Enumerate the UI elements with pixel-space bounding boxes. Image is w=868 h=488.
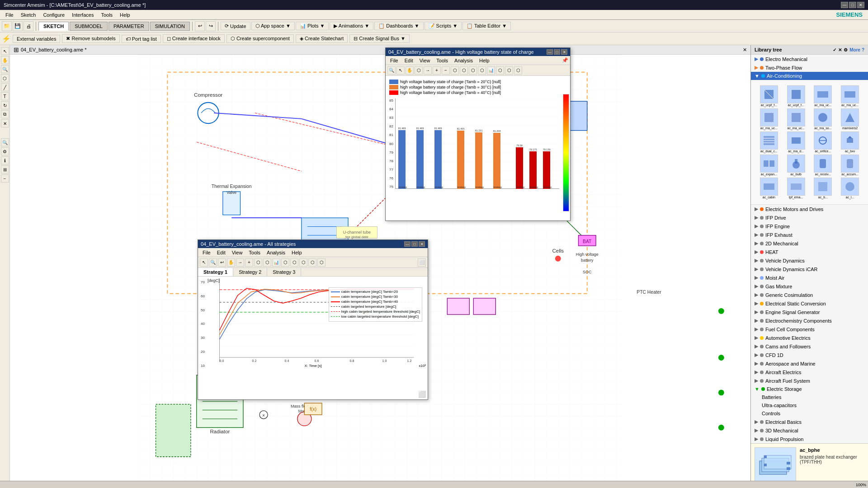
lib-engine-signal[interactable]: ▶ Engine Signal Generator [751, 308, 868, 316]
chart-menu-view[interactable]: View [417, 57, 433, 64]
comp-ac-receiv[interactable]: ac_receiv... [811, 155, 836, 176]
dashboards-button[interactable]: 📋 Dashboards ▼ [374, 22, 423, 30]
create-signal-bus-button[interactable]: ⊟ Create Signal Bus ▼ [349, 34, 410, 43]
chart-tb-13[interactable]: ⬡ [496, 66, 504, 75]
tool-zoom-fit[interactable]: ⊞ [1, 165, 9, 174]
lib-electro-mechanical[interactable]: ▶ Electro Mechanical [751, 55, 868, 63]
strat-corner-icon[interactable]: ⬜ [418, 390, 426, 398]
strat-menu-view[interactable]: View [229, 249, 245, 256]
strategies-title-bar[interactable]: 04_EV_battery_cooling.ame - All strategi… [198, 240, 428, 248]
lib-aircraft-fuel[interactable]: ▶ Aircraft Fuel System [751, 376, 868, 385]
strat-tb-4[interactable]: ✋ [227, 258, 235, 267]
strat-tb-10[interactable]: ⬡ [281, 258, 289, 267]
update-button[interactable]: ⟳ Update [221, 22, 250, 30]
menu-tools[interactable]: Tools [97, 11, 116, 19]
comp-mamixers2[interactable]: mamixers2 [837, 108, 863, 130]
strat-menu-edit[interactable]: Edit [214, 249, 228, 256]
lib-3d-mechanical[interactable]: ▶ 3D Mechanical [751, 426, 868, 435]
comp-ac-ucpf2[interactable]: ac_ucpf_f... [783, 85, 809, 107]
lib-electric-storage[interactable]: ▼ Electric Storage [751, 385, 868, 393]
strat-tb-2[interactable]: 🔍 [209, 258, 217, 267]
strat-tb-9[interactable]: 📊 [272, 258, 280, 267]
comp-ac-orifice[interactable]: ac_orifice... [811, 131, 836, 153]
lib-fuel-cell[interactable]: ▶ Fuel Cell Components [751, 325, 868, 333]
lib-batteries[interactable]: Batteries [751, 393, 868, 401]
lib-controls[interactable]: Controls [751, 409, 868, 418]
chart-window-title[interactable]: 04_EV_battery_cooling.ame - High voltage… [386, 48, 570, 56]
chart-tb-3[interactable]: ✋ [406, 66, 414, 75]
tool-zoom-in[interactable]: 🔍 [1, 65, 9, 73]
scripts-button[interactable]: 📝 Scripts ▼ [425, 22, 462, 30]
strat-tb-11[interactable]: ⬡ [290, 258, 298, 267]
toolbar-icon3[interactable]: 🖨 [24, 21, 33, 31]
chart-menu-analysis[interactable]: Analysis [452, 57, 476, 64]
menu-configure[interactable]: Configure [39, 11, 68, 19]
port-tag-list-button[interactable]: 🏷 Port tag list [122, 35, 161, 43]
chart-menu-help[interactable]: Help [476, 57, 492, 64]
comp-ac-ma-uc3[interactable]: ac_ma_uc... [756, 108, 782, 130]
toolbar-icon1[interactable]: 📁 [2, 21, 12, 31]
lib-aircraft-electrics[interactable]: ▶ Aircraft Electrics [751, 368, 868, 376]
tab-sketch[interactable]: SKETCH [38, 22, 69, 31]
create-interface-block-button[interactable]: ◻ Create interface block [163, 34, 225, 43]
strat-fullscreen[interactable]: ⬜ [418, 258, 426, 267]
strat-tb-3[interactable]: ↩ [218, 258, 226, 267]
chart-tb-6[interactable]: + [433, 66, 441, 75]
strat-menu-help[interactable]: Help [289, 249, 305, 256]
tool-line[interactable]: ╱ [1, 83, 9, 91]
menu-file[interactable]: File [2, 11, 17, 19]
tool-search[interactable]: 🔍 [1, 138, 9, 146]
comp-ac-ma-so[interactable]: ac_ma_so... [811, 108, 836, 130]
comp-ac-bxv[interactable]: ac_bxv [837, 131, 863, 153]
strat-tb-1[interactable]: ↖ [200, 258, 208, 267]
lib-electrical-basics[interactable]: ▶ Electrical Basics [751, 418, 868, 426]
strat-menu-analysis[interactable]: Analysis [264, 249, 288, 256]
strat-maximize[interactable]: □ [411, 241, 418, 247]
tool-zoom-out[interactable]: − [1, 174, 9, 183]
menu-help[interactable]: Help [116, 11, 134, 19]
chart-pin[interactable]: 📌 [562, 57, 568, 63]
strat-menu-file[interactable]: File [200, 249, 213, 256]
chart-tb-14[interactable]: ⬡ [505, 66, 513, 75]
comp-ac-accum[interactable]: ac_accum... [837, 155, 863, 176]
lib-ultra-capacitors[interactable]: Ultra-capacitors [751, 401, 868, 409]
create-statechart-button[interactable]: ◈ Create Statechart [296, 34, 348, 43]
strat-tb-7[interactable]: ⬡ [254, 258, 262, 267]
tool-delete[interactable]: ✕ [1, 119, 9, 127]
remove-submodels-button[interactable]: ✖ Remove submodels [62, 34, 119, 43]
lib-x[interactable]: ✕ [838, 47, 842, 52]
strat-tb-12[interactable]: ⬡ [299, 258, 307, 267]
table-editor-button[interactable]: 📋 Table Editor ▼ [462, 22, 511, 30]
lib-ifp-exhaust[interactable]: ▶ IFP Exhaust [751, 230, 868, 239]
comp-ac-ma-d[interactable]: ac_ma_d... [783, 131, 809, 153]
lib-electric-motors[interactable]: ▶ Electric Motors and Drives [751, 205, 868, 213]
strat-tb-14[interactable]: ⬡ [317, 258, 326, 267]
chart-tb-2[interactable]: ↖ [396, 66, 405, 75]
lib-automotive-electrics[interactable]: ▶ Automotive Electrics [751, 333, 868, 342]
menu-sketch[interactable]: Sketch [17, 11, 40, 19]
tool-copy[interactable]: ⧉ [1, 110, 9, 118]
strat-tab-2[interactable]: Strategy 2 [233, 268, 267, 276]
lib-two-phase-flow[interactable]: ▶ Two-Phase Flow [751, 63, 868, 72]
strat-tb-6[interactable]: + [245, 258, 253, 267]
comp-ac-expan[interactable]: ac_expan... [756, 155, 782, 176]
tool-component[interactable]: ⬡ [1, 74, 9, 82]
strat-tb-8[interactable]: ⬡ [263, 258, 271, 267]
chart-tb-9[interactable]: ⬡ [460, 66, 468, 75]
lib-ifp-engine[interactable]: ▶ IFP Engine [751, 222, 868, 230]
tool-rotate[interactable]: ↻ [1, 101, 9, 109]
chart-maximize[interactable]: □ [554, 49, 560, 55]
chart-tb-11[interactable]: ⬡ [478, 66, 486, 75]
create-supercomponent-button[interactable]: ⬡ Create supercomponent [226, 34, 294, 43]
comp-ac-ma-uc4[interactable]: ac_ma_uc... [783, 108, 809, 130]
comp-ac-b[interactable]: ac_b... [811, 178, 836, 199]
lib-vehicle-dynamics-icar[interactable]: ▶ Vehicle Dynamics iCAR [751, 265, 868, 273]
strat-tb-13[interactable]: ⬡ [308, 258, 316, 267]
lib-2d-mechanical[interactable]: ▶ 2D Mechanical [751, 239, 868, 248]
lib-cams-followers[interactable]: ▶ Cams and Followers [751, 342, 868, 351]
lib-generic-cosimulation[interactable]: ▶ Generic Cosimulation [751, 291, 868, 299]
strat-close[interactable]: ✕ [419, 241, 425, 247]
lib-electrical-static[interactable]: ▶ Electrical Static Conversion [751, 299, 868, 308]
strat-tab-1[interactable]: Strategy 1 [198, 268, 233, 276]
lib-liquid-propulsion[interactable]: ▶ Liquid Propulsion [751, 435, 868, 443]
